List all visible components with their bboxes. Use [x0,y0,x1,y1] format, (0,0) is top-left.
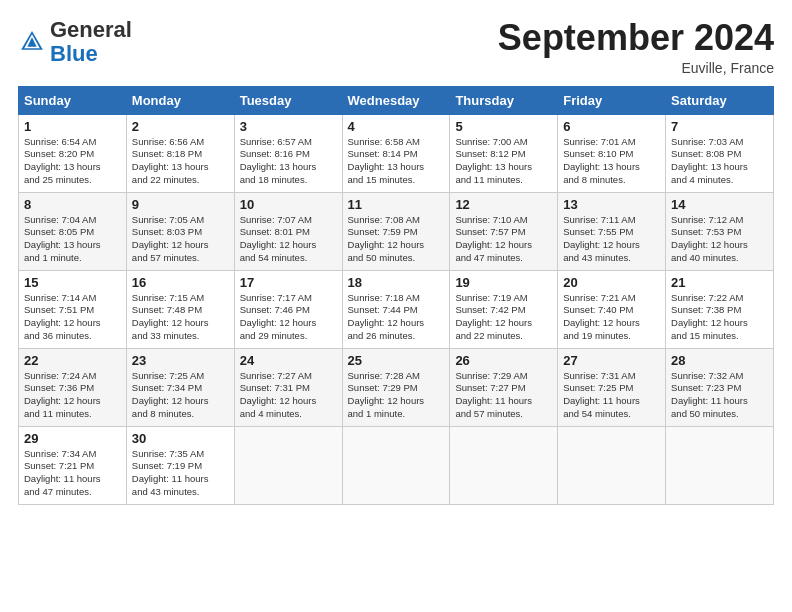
table-row [666,426,774,504]
day-info: Sunrise: 7:21 AMSunset: 7:40 PMDaylight:… [563,292,660,343]
day-info: Sunrise: 7:31 AMSunset: 7:25 PMDaylight:… [563,370,660,421]
table-row: 10Sunrise: 7:07 AMSunset: 8:01 PMDayligh… [234,192,342,270]
day-info: Sunrise: 7:12 AMSunset: 7:53 PMDaylight:… [671,214,768,265]
month-title: September 2024 [498,18,774,58]
day-number: 19 [455,275,552,290]
day-number: 26 [455,353,552,368]
table-row: 12Sunrise: 7:10 AMSunset: 7:57 PMDayligh… [450,192,558,270]
calendar-week-row: 29Sunrise: 7:34 AMSunset: 7:21 PMDayligh… [19,426,774,504]
table-row: 22Sunrise: 7:24 AMSunset: 7:36 PMDayligh… [19,348,127,426]
day-number: 6 [563,119,660,134]
day-number: 1 [24,119,121,134]
logo-blue-text: Blue [50,41,98,66]
day-number: 22 [24,353,121,368]
col-sunday: Sunday [19,86,127,114]
day-info: Sunrise: 7:00 AMSunset: 8:12 PMDaylight:… [455,136,552,187]
table-row: 26Sunrise: 7:29 AMSunset: 7:27 PMDayligh… [450,348,558,426]
table-row: 8Sunrise: 7:04 AMSunset: 8:05 PMDaylight… [19,192,127,270]
day-info: Sunrise: 7:17 AMSunset: 7:46 PMDaylight:… [240,292,337,343]
day-number: 27 [563,353,660,368]
day-info: Sunrise: 7:18 AMSunset: 7:44 PMDaylight:… [348,292,445,343]
table-row: 13Sunrise: 7:11 AMSunset: 7:55 PMDayligh… [558,192,666,270]
day-number: 18 [348,275,445,290]
day-info: Sunrise: 7:34 AMSunset: 7:21 PMDaylight:… [24,448,121,499]
day-info: Sunrise: 6:56 AMSunset: 8:18 PMDaylight:… [132,136,229,187]
table-row [450,426,558,504]
table-row: 9Sunrise: 7:05 AMSunset: 8:03 PMDaylight… [126,192,234,270]
table-row: 21Sunrise: 7:22 AMSunset: 7:38 PMDayligh… [666,270,774,348]
day-info: Sunrise: 7:08 AMSunset: 7:59 PMDaylight:… [348,214,445,265]
logo-icon [18,28,46,56]
table-row: 18Sunrise: 7:18 AMSunset: 7:44 PMDayligh… [342,270,450,348]
day-number: 2 [132,119,229,134]
day-info: Sunrise: 7:07 AMSunset: 8:01 PMDaylight:… [240,214,337,265]
table-row: 2Sunrise: 6:56 AMSunset: 8:18 PMDaylight… [126,114,234,192]
calendar-week-row: 15Sunrise: 7:14 AMSunset: 7:51 PMDayligh… [19,270,774,348]
table-row: 7Sunrise: 7:03 AMSunset: 8:08 PMDaylight… [666,114,774,192]
day-number: 30 [132,431,229,446]
day-number: 5 [455,119,552,134]
day-info: Sunrise: 6:58 AMSunset: 8:14 PMDaylight:… [348,136,445,187]
title-block: September 2024 Euville, France [498,18,774,76]
day-number: 25 [348,353,445,368]
day-number: 13 [563,197,660,212]
day-number: 16 [132,275,229,290]
day-number: 29 [24,431,121,446]
day-info: Sunrise: 6:57 AMSunset: 8:16 PMDaylight:… [240,136,337,187]
day-info: Sunrise: 7:22 AMSunset: 7:38 PMDaylight:… [671,292,768,343]
day-info: Sunrise: 7:15 AMSunset: 7:48 PMDaylight:… [132,292,229,343]
table-row: 30Sunrise: 7:35 AMSunset: 7:19 PMDayligh… [126,426,234,504]
table-row [558,426,666,504]
day-info: Sunrise: 7:24 AMSunset: 7:36 PMDaylight:… [24,370,121,421]
calendar-week-row: 8Sunrise: 7:04 AMSunset: 8:05 PMDaylight… [19,192,774,270]
calendar-header-row: Sunday Monday Tuesday Wednesday Thursday… [19,86,774,114]
day-number: 20 [563,275,660,290]
day-number: 12 [455,197,552,212]
table-row: 19Sunrise: 7:19 AMSunset: 7:42 PMDayligh… [450,270,558,348]
day-number: 3 [240,119,337,134]
day-info: Sunrise: 7:03 AMSunset: 8:08 PMDaylight:… [671,136,768,187]
page: General Blue September 2024 Euville, Fra… [0,0,792,612]
day-number: 14 [671,197,768,212]
table-row: 4Sunrise: 6:58 AMSunset: 8:14 PMDaylight… [342,114,450,192]
day-info: Sunrise: 7:28 AMSunset: 7:29 PMDaylight:… [348,370,445,421]
table-row: 20Sunrise: 7:21 AMSunset: 7:40 PMDayligh… [558,270,666,348]
day-number: 15 [24,275,121,290]
table-row: 16Sunrise: 7:15 AMSunset: 7:48 PMDayligh… [126,270,234,348]
table-row [342,426,450,504]
day-info: Sunrise: 7:05 AMSunset: 8:03 PMDaylight:… [132,214,229,265]
day-number: 24 [240,353,337,368]
table-row: 27Sunrise: 7:31 AMSunset: 7:25 PMDayligh… [558,348,666,426]
day-number: 7 [671,119,768,134]
table-row: 14Sunrise: 7:12 AMSunset: 7:53 PMDayligh… [666,192,774,270]
logo: General Blue [18,18,132,66]
day-info: Sunrise: 7:32 AMSunset: 7:23 PMDaylight:… [671,370,768,421]
table-row: 29Sunrise: 7:34 AMSunset: 7:21 PMDayligh… [19,426,127,504]
col-monday: Monday [126,86,234,114]
day-number: 4 [348,119,445,134]
day-info: Sunrise: 7:19 AMSunset: 7:42 PMDaylight:… [455,292,552,343]
header: General Blue September 2024 Euville, Fra… [18,18,774,76]
location: Euville, France [498,60,774,76]
table-row: 3Sunrise: 6:57 AMSunset: 8:16 PMDaylight… [234,114,342,192]
table-row: 1Sunrise: 6:54 AMSunset: 8:20 PMDaylight… [19,114,127,192]
calendar-week-row: 1Sunrise: 6:54 AMSunset: 8:20 PMDaylight… [19,114,774,192]
day-number: 11 [348,197,445,212]
day-number: 23 [132,353,229,368]
table-row: 25Sunrise: 7:28 AMSunset: 7:29 PMDayligh… [342,348,450,426]
day-info: Sunrise: 7:29 AMSunset: 7:27 PMDaylight:… [455,370,552,421]
day-info: Sunrise: 7:01 AMSunset: 8:10 PMDaylight:… [563,136,660,187]
table-row: 6Sunrise: 7:01 AMSunset: 8:10 PMDaylight… [558,114,666,192]
day-number: 21 [671,275,768,290]
table-row [234,426,342,504]
day-info: Sunrise: 7:14 AMSunset: 7:51 PMDaylight:… [24,292,121,343]
col-thursday: Thursday [450,86,558,114]
logo-general-text: General [50,17,132,42]
day-number: 17 [240,275,337,290]
day-info: Sunrise: 7:11 AMSunset: 7:55 PMDaylight:… [563,214,660,265]
col-tuesday: Tuesday [234,86,342,114]
day-number: 10 [240,197,337,212]
day-info: Sunrise: 7:27 AMSunset: 7:31 PMDaylight:… [240,370,337,421]
day-info: Sunrise: 7:25 AMSunset: 7:34 PMDaylight:… [132,370,229,421]
day-info: Sunrise: 7:04 AMSunset: 8:05 PMDaylight:… [24,214,121,265]
